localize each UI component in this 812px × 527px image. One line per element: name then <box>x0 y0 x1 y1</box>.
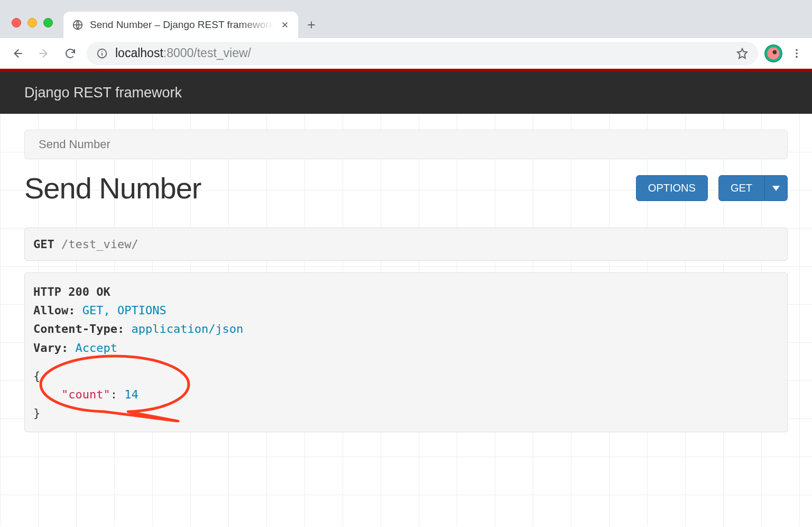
window-zoom-button[interactable] <box>43 18 53 28</box>
json-key-count: "count" <box>61 388 110 401</box>
svg-point-5 <box>796 56 798 58</box>
header-allow-value: GET, OPTIONS <box>82 304 167 317</box>
request-method: GET <box>33 238 54 251</box>
response-body: { "count": 14 } <box>33 367 779 423</box>
header-content-type-key: Content-Type: <box>33 322 124 335</box>
django-navbar: Django REST framework <box>0 72 812 114</box>
breadcrumb-current[interactable]: Send Number <box>39 138 110 151</box>
get-dropdown-toggle[interactable] <box>764 175 788 201</box>
browser-menu-button[interactable] <box>789 48 805 59</box>
window-controls <box>0 18 53 38</box>
browser-toolbar: localhost:8000/test_view/ <box>0 38 812 69</box>
page-title: Send Number <box>24 171 201 205</box>
header-allow-key: Allow: <box>33 304 75 317</box>
svg-point-3 <box>796 49 798 51</box>
brand-link[interactable]: Django REST framework <box>24 85 182 101</box>
options-button[interactable]: OPTIONS <box>636 175 708 201</box>
get-button[interactable]: GET <box>718 175 764 201</box>
browser-tabstrip: Send Number – Django REST framework <box>0 0 812 38</box>
response-status: HTTP 200 OK <box>33 283 779 301</box>
window-close-button[interactable] <box>12 18 21 28</box>
page-body: Send Number Send Number OPTIONS GET GET … <box>0 114 812 526</box>
forward-button[interactable] <box>34 43 54 63</box>
reload-button[interactable] <box>60 43 80 63</box>
breadcrumb: Send Number <box>24 130 788 159</box>
globe-icon <box>72 19 84 31</box>
tab-title: Send Number – Django REST framework <box>90 19 274 31</box>
new-tab-button[interactable] <box>298 12 325 38</box>
bookmark-star-icon[interactable] <box>736 47 749 60</box>
header-vary-value: Accept <box>75 341 117 355</box>
svg-point-2 <box>102 51 103 52</box>
request-panel: GET /test_view/ <box>24 228 788 261</box>
get-button-group: GET <box>718 175 788 201</box>
browser-tab-active[interactable]: Send Number – Django REST framework <box>63 12 298 38</box>
site-info-icon[interactable] <box>96 48 108 59</box>
tab-close-button[interactable] <box>280 20 290 30</box>
address-bar[interactable]: localhost:8000/test_view/ <box>87 42 758 65</box>
url-text: localhost:8000/test_view/ <box>115 46 251 60</box>
svg-point-4 <box>796 52 798 54</box>
action-buttons: OPTIONS GET <box>636 175 788 201</box>
header-vary-key: Vary: <box>33 341 68 355</box>
window-minimize-button[interactable] <box>27 18 37 28</box>
json-value-count: 14 <box>124 388 139 401</box>
back-button[interactable] <box>7 43 27 63</box>
response-panel: HTTP 200 OK Allow: GET, OPTIONS Content-… <box>24 272 788 432</box>
header-content-type-value: application/json <box>131 322 243 335</box>
caret-down-icon <box>772 186 780 191</box>
request-path: /test_view/ <box>61 238 139 251</box>
profile-avatar[interactable] <box>764 44 782 62</box>
